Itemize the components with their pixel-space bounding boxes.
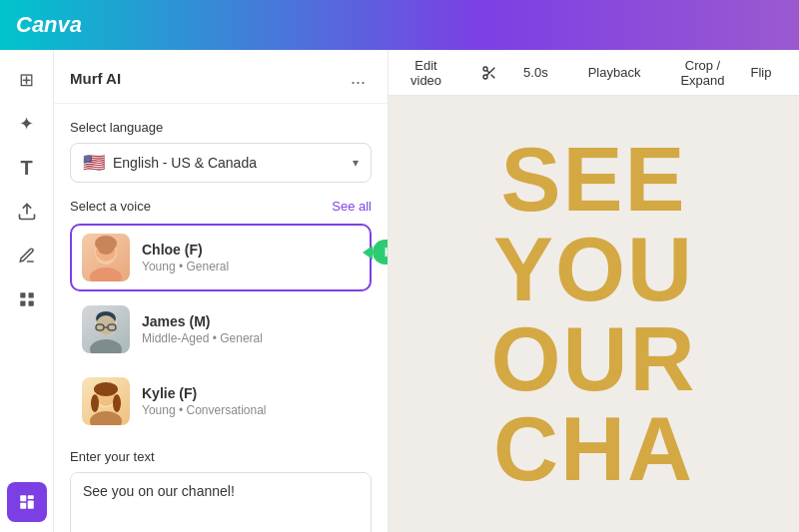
- upload-icon-btn[interactable]: [7, 192, 47, 232]
- voice-item-chloe[interactable]: Chloe (F) Young • General Kollins: [70, 224, 372, 291]
- grid-icon-btn[interactable]: ⊞: [7, 60, 47, 100]
- voice-avatar-james: [82, 305, 130, 353]
- duration-button[interactable]: 5.0s: [513, 60, 558, 85]
- language-select[interactable]: 🇺🇸 English - US & Canada ▾: [70, 143, 372, 183]
- canva-logo: Canva: [16, 12, 82, 38]
- toolbar: Edit video 5.0s Playback Crop / Expan: [389, 50, 799, 96]
- language-label: Select language: [70, 120, 372, 135]
- main-area: ⊞ ✦ T: [0, 50, 799, 532]
- voice-item-kylie[interactable]: Kylie (F) Young • Conversational: [70, 367, 372, 435]
- svg-rect-1: [20, 292, 25, 297]
- panel-title: Murf AI: [70, 70, 121, 87]
- svg-point-27: [483, 67, 487, 71]
- text-section: Enter your text See you on our channel! …: [70, 449, 372, 532]
- playback-button[interactable]: Playback: [578, 60, 651, 85]
- svg-point-17: [96, 315, 116, 335]
- voice-name-chloe: Chloe (F): [142, 242, 360, 258]
- voice-avatar-kylie: [82, 377, 130, 425]
- svg-rect-7: [20, 503, 26, 509]
- flip-label: Flip: [751, 65, 772, 80]
- svg-rect-6: [27, 495, 33, 499]
- tooltip-container: Kollins: [363, 240, 389, 265]
- voice-info-chloe: Chloe (F) Young • General: [142, 242, 360, 273]
- brand-icon-btn[interactable]: [7, 482, 47, 522]
- voice-info-kylie: Kylie (F) Young • Conversational: [142, 385, 360, 417]
- svg-line-31: [486, 70, 489, 73]
- svg-point-26: [113, 394, 121, 412]
- voice-desc-kylie: Young • Conversational: [142, 403, 360, 417]
- edit-video-label: Edit video: [410, 58, 441, 88]
- canvas-text: SEE YOU OUR CHA: [389, 135, 799, 494]
- draw-icon-btn[interactable]: [7, 236, 47, 275]
- panel-header: Murf AI ...: [54, 50, 388, 104]
- svg-point-14: [90, 339, 122, 353]
- scissors-icon: [481, 65, 497, 81]
- voice-item-james[interactable]: James (M) Middle-Aged • General: [70, 295, 372, 363]
- crop-expand-label: Crop / Expand: [680, 58, 724, 88]
- text-input[interactable]: See you on our channel!: [71, 473, 371, 532]
- svg-point-24: [94, 382, 118, 396]
- voice-name-kylie: Kylie (F): [142, 385, 360, 401]
- svg-rect-2: [28, 292, 33, 297]
- voice-desc-james: Middle-Aged • General: [142, 331, 360, 345]
- scissors-icon-btn[interactable]: [471, 60, 507, 86]
- voice-section-header: Select a voice See all: [70, 199, 372, 214]
- chevron-down-icon: ▾: [353, 156, 359, 170]
- playback-label: Playback: [588, 65, 641, 80]
- svg-rect-5: [20, 495, 26, 501]
- text-area-wrapper: See you on our channel! 18/1000: [70, 472, 372, 532]
- duration-label: 5.0s: [523, 65, 548, 80]
- panel-body: Select language 🇺🇸 English - US & Canada…: [54, 104, 388, 532]
- flag-icon: 🇺🇸: [83, 152, 105, 174]
- voice-desc-chloe: Young • General: [142, 260, 360, 273]
- elements-icon-btn[interactable]: ✦: [7, 104, 47, 144]
- voice-info-james: James (M) Middle-Aged • General: [142, 313, 360, 345]
- see-all-button[interactable]: See all: [332, 199, 372, 214]
- text-icon-btn[interactable]: T: [7, 148, 47, 188]
- more-button[interactable]: ...: [345, 66, 372, 91]
- voice-avatar-chloe: [82, 234, 130, 281]
- flip-button[interactable]: Flip: [741, 60, 782, 85]
- text-label: Enter your text: [70, 449, 372, 464]
- apps-icon-btn[interactable]: [7, 279, 47, 319]
- svg-rect-3: [20, 301, 25, 306]
- canvas-area: Edit video 5.0s Playback Crop / Expan: [389, 50, 799, 532]
- icon-sidebar: ⊞ ✦ T: [0, 50, 54, 532]
- canvas-content: SEE YOU OUR CHA: [389, 96, 799, 532]
- voice-name-james: James (M): [142, 313, 360, 329]
- kollins-tooltip: Kollins: [373, 240, 389, 265]
- svg-point-10: [90, 267, 122, 281]
- svg-line-30: [491, 74, 495, 78]
- topbar: Canva: [0, 0, 799, 50]
- svg-point-25: [91, 394, 99, 412]
- svg-point-13: [95, 236, 117, 252]
- canvas-line2: OUR CHA: [389, 314, 799, 494]
- voice-label: Select a voice: [70, 199, 151, 214]
- svg-point-21: [90, 411, 122, 425]
- panel: Murf AI ... Select language 🇺🇸 English -…: [54, 50, 389, 532]
- svg-rect-8: [27, 501, 33, 509]
- svg-point-28: [483, 75, 487, 79]
- canvas-line1: SEE YOU: [389, 135, 799, 314]
- svg-rect-4: [28, 301, 33, 306]
- tooltip-arrow: [363, 246, 373, 260]
- crop-expand-button[interactable]: Crop / Expand: [670, 53, 734, 93]
- language-text: English - US & Canada: [113, 155, 345, 171]
- edit-video-button[interactable]: Edit video: [400, 53, 451, 93]
